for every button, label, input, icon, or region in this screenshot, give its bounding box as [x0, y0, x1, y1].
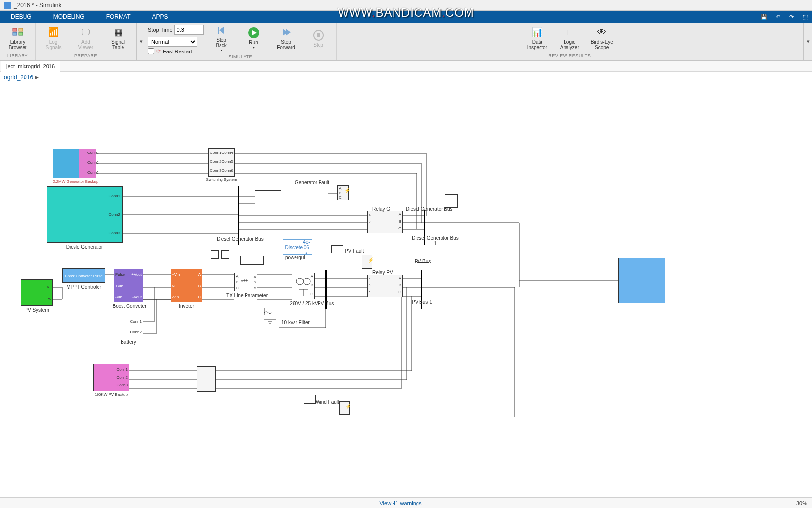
block-diesel-scope[interactable] [445, 194, 458, 208]
block-vmeas[interactable] [211, 250, 219, 259]
file-tab[interactable]: ject_microgrid_2016 [1, 61, 60, 72]
sim-mode-select[interactable]: Normal [148, 37, 197, 47]
block-scope1[interactable] [255, 190, 281, 199]
label-mppt: MPPT Controler [62, 284, 105, 290]
label-diesel-generator: Diesle Generator [47, 244, 123, 250]
block-diesel-generator[interactable]: Conn1 Conn2 Conn3 [47, 186, 123, 243]
run-icon [248, 27, 260, 39]
block-filter[interactable] [260, 305, 279, 333]
block-gen-fault[interactable]: ABC ⚡ [337, 185, 349, 200]
label-pv-backup: 100KW PV Backup [93, 392, 129, 397]
section-review: 📊 Data Inspector ⎍ Logic Analyzer 👁 Bird… [337, 23, 803, 60]
log-signals-button[interactable]: 📶 Log Signals [39, 24, 68, 53]
signal-table-icon: ▦ [112, 26, 124, 38]
step-forward-button[interactable]: Step Forward [271, 24, 301, 53]
breadcrumb[interactable]: ogrid_2016▶ [0, 72, 812, 83]
tab-apps[interactable]: APPS [141, 11, 178, 23]
app-icon [4, 2, 11, 9]
log-signals-icon: 📶 [48, 26, 59, 38]
block-transformer[interactable]: A B C [292, 273, 315, 299]
redo-icon[interactable]: ↷ [785, 11, 798, 23]
fast-restart-checkbox[interactable]: ⟳ Fast Restart [148, 48, 204, 54]
save-icon[interactable]: 💾 [757, 11, 771, 23]
block-pv-fault[interactable]: ⚡ [362, 255, 372, 269]
undo-icon[interactable]: ↶ [771, 11, 785, 23]
review-expand[interactable]: ▾ [803, 23, 812, 60]
label-diesel-bus: Diesel Generator Bus [211, 236, 270, 242]
label-boost: Boost Conveter [110, 304, 149, 309]
block-imeas[interactable] [221, 250, 229, 259]
label-txline: TX Line Parameter [222, 293, 271, 298]
add-viewer-button[interactable]: 🖵 Add Viewer [71, 24, 100, 53]
step-back-button[interactable]: Step Back▾ [207, 24, 236, 53]
label-switching: Switching System [206, 178, 237, 182]
label-gen-fault: Generator Fault [295, 180, 329, 185]
stop-icon [313, 29, 324, 41]
block-pv-fault-step[interactable] [331, 245, 343, 253]
label-battery: Battery [114, 339, 143, 345]
tab-format[interactable]: FORMAT [96, 11, 142, 23]
label-transformer: 260V / 25 kV [287, 301, 321, 306]
label-relay-g: Relay G [372, 206, 390, 212]
run-button[interactable]: Run▾ [239, 24, 269, 53]
prepare-expand[interactable]: ▾ [136, 23, 145, 60]
toolstrip-tabs: DEBUG MODELING FORMAT APPS 💾 ↶ ↷ ⬚ [0, 11, 812, 23]
stop-button[interactable]: Stop [304, 24, 333, 53]
section-prepare: 📶 Log Signals 🖵 Add Viewer ▦ Signal Tabl… [36, 23, 136, 60]
warnings-link[interactable]: View 41 warnings [5, 500, 796, 506]
block-wind-fault-step[interactable] [304, 395, 316, 404]
model-canvas[interactable]: Conn1 Conn2 Conn3 2.2MW Generator Backup… [0, 83, 812, 500]
block-pv-system[interactable]: V+ V- [21, 279, 53, 306]
label-diesel-bus-1: Diesel Generator Bus 1 [406, 235, 465, 246]
block-switching-system[interactable]: Conn1 Conn2 Conn3 Conn4 Conn5 Conn6 [208, 148, 235, 177]
stop-time-input[interactable] [174, 25, 204, 35]
svg-rect-2 [19, 28, 23, 31]
section-library: Library Browser LIBRARY [0, 23, 36, 60]
block-wind-fault[interactable]: ⚡ [339, 401, 350, 415]
title-bar: _2016 * - Simulink [0, 0, 812, 11]
block-inverter[interactable]: +Vin N -Vin A B C [171, 269, 202, 302]
block-boost-converter[interactable]: Pulse +Vin -Vin +Vout -Vout [114, 269, 143, 302]
step-back-icon [216, 25, 227, 36]
label-filter: 10 kvar Filter [281, 320, 310, 325]
signal-table-button[interactable]: ▦ Signal Table [103, 24, 133, 53]
block-mppt[interactable]: Boost Conveter Pulse [62, 268, 105, 283]
chevron-right-icon: ▶ [35, 75, 39, 80]
fullscreen-icon[interactable]: ⬚ [798, 11, 812, 23]
block-txline[interactable]: A B C a b c ⏚⏚⏚ [234, 273, 257, 291]
label-pv-bus-1: PV Bus 1 [412, 299, 432, 305]
block-battery[interactable]: Conn1 Conn2 [114, 315, 143, 338]
data-inspector-icon: 📊 [531, 26, 543, 38]
block-load[interactable] [618, 258, 665, 303]
tab-debug[interactable]: DEBUG [0, 11, 43, 23]
svg-rect-1 [13, 32, 17, 35]
label-backup-generator: 2.2MW Generator Backup [53, 179, 96, 184]
block-pv-backup[interactable]: Conn1 Conn2 Conn3 [93, 364, 129, 391]
zoom-level[interactable]: 30% [796, 500, 807, 506]
file-tab-row: ject_microgrid_2016 [0, 61, 812, 72]
block-relay-g[interactable]: a b c A B C [367, 211, 403, 233]
data-inspector-button[interactable]: 📊 Data Inspector [522, 24, 552, 53]
stop-time-label: Stop Time [148, 27, 172, 33]
svg-rect-5 [218, 27, 219, 34]
label-wind-fault: Wind Fault [316, 399, 339, 405]
label-pv-bus-top: PV Bus [415, 259, 431, 264]
birds-eye-icon: 👁 [596, 26, 608, 38]
logic-analyzer-button[interactable]: ⎍ Logic Analyzer [555, 24, 584, 53]
block-pv-backup-switch[interactable] [197, 366, 216, 392]
toolstrip: Library Browser LIBRARY 📶 Log Signals 🖵 … [0, 23, 812, 61]
birds-eye-scope-button[interactable]: 👁 Bird's-Eye Scope [587, 24, 616, 53]
block-powergui[interactable]: Discrete 4e-06 s. [283, 239, 312, 255]
label-relay-pv: Relay PV [372, 270, 393, 275]
svg-marker-4 [219, 27, 224, 34]
library-browser-button[interactable]: Library Browser [3, 24, 32, 53]
tab-modeling[interactable]: MODELING [43, 11, 96, 23]
section-simulate: Stop Time Normal ⟳ Fast Restart Step Bac… [145, 23, 337, 60]
svg-point-12 [296, 278, 303, 285]
block-scope2[interactable] [255, 201, 281, 209]
block-relay-pv[interactable]: a b c A B C [367, 275, 403, 297]
step-forward-icon [280, 26, 292, 38]
svg-marker-9 [286, 29, 291, 36]
label-pv-fault: PV Fault [345, 248, 364, 254]
block-scope3[interactable] [240, 256, 264, 265]
